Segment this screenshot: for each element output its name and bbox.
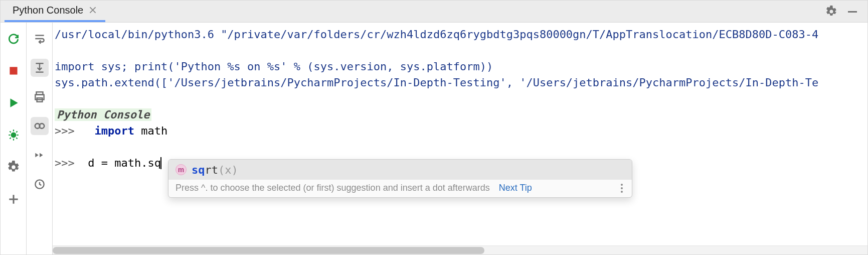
console-section-title: Python Console	[53, 107, 867, 123]
browse-history-icon[interactable]	[31, 146, 49, 164]
repl-input-text: d = math.sq	[88, 157, 161, 169]
settings-icon[interactable]	[5, 158, 23, 176]
rerun-icon[interactable]	[5, 30, 23, 48]
console-output[interactable]: /usr/local/bin/python3.6 "/private/var/f…	[53, 23, 867, 254]
history-icon[interactable]	[31, 175, 49, 193]
stop-icon[interactable]	[5, 62, 23, 80]
completion-hint-bar: Press ^. to choose the selected (or firs…	[168, 180, 632, 197]
svg-point-2	[11, 133, 16, 138]
minimize-icon[interactable]	[845, 5, 859, 19]
tab-label: Python Console	[13, 5, 83, 16]
new-console-icon[interactable]	[5, 190, 23, 208]
prompt-marker: >>>	[55, 157, 75, 169]
completion-item[interactable]: m sqrt(x)	[168, 160, 632, 180]
tab-bar-actions	[824, 1, 863, 22]
print-icon[interactable]	[31, 88, 49, 106]
python-console-panel: Python Console	[0, 0, 868, 255]
tab-bar: Python Console	[1, 1, 867, 23]
blank-line	[53, 139, 867, 155]
soft-wrap-icon[interactable]	[31, 30, 49, 48]
scroll-to-end-icon[interactable]	[31, 59, 49, 77]
gear-icon[interactable]	[824, 5, 838, 19]
next-tip-link[interactable]: Next Tip	[499, 183, 532, 193]
debug-icon[interactable]	[5, 126, 23, 144]
repl-line: >>> import math	[53, 123, 867, 139]
startup-line: import sys; print('Python %s on %s' % (s…	[53, 59, 867, 75]
svg-rect-1	[10, 67, 17, 74]
tabs-container: Python Console	[5, 1, 105, 22]
syspath-line: sys.path.extend(['/Users/jetbrains/Pycha…	[53, 75, 867, 91]
console-body: /usr/local/bin/python3.6 "/private/var/f…	[1, 23, 867, 254]
blank-line	[53, 43, 867, 59]
method-icon: m	[176, 164, 187, 175]
blank-line	[53, 91, 867, 107]
repl-text: math	[134, 124, 167, 137]
keyword-import: import	[95, 124, 134, 137]
svg-rect-0	[848, 11, 857, 13]
interpreter-path-line: /usr/local/bin/python3.6 "/private/var/f…	[53, 27, 867, 43]
code-completion-popup: m sqrt(x) Press ^. to choose the selecte…	[168, 159, 632, 198]
horizontal-scrollbar[interactable]	[53, 245, 867, 254]
kebab-icon[interactable]	[617, 184, 627, 193]
show-variables-icon[interactable]	[31, 117, 49, 135]
left-toolbar-primary	[1, 23, 27, 254]
left-toolbar-secondary	[27, 23, 53, 254]
text-caret	[160, 157, 161, 169]
prompt-marker: >>>	[55, 124, 75, 137]
tab-python-console[interactable]: Python Console	[5, 0, 105, 22]
scrollbar-thumb[interactable]	[53, 247, 484, 254]
completion-text: sqrt(x)	[192, 164, 238, 176]
run-icon[interactable]	[5, 94, 23, 112]
close-icon[interactable]	[89, 7, 96, 14]
completion-hint-label: Press ^. to choose the selected (or firs…	[176, 183, 532, 193]
